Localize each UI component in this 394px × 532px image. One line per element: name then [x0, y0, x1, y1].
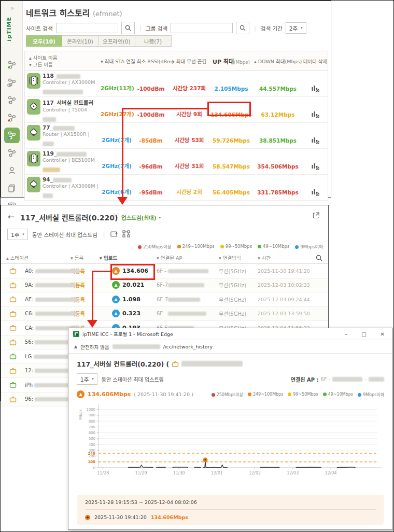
svg-text:12/04: 12/04 [325, 471, 336, 475]
minimize-button[interactable]: – [345, 331, 347, 337]
maximize-button[interactable]: □ [361, 331, 366, 337]
header-up[interactable]: UP 최대(Mbps) [209, 57, 253, 65]
station-icon [9, 268, 17, 274]
header-registered[interactable]: ▾ 등록 [71, 254, 100, 261]
history-chart-icon [311, 85, 319, 92]
legend-item: 99~50Mbps [220, 244, 252, 249]
site-row[interactable]: 94_Controller | AX3008M |2GHz(6개)-95dBm시… [25, 175, 328, 201]
table-search-icon[interactable] [312, 255, 326, 261]
close-button[interactable]: ✕ [381, 331, 385, 337]
tab-2[interactable]: 온라인(10) [62, 35, 98, 47]
redacted-extra [43, 164, 101, 174]
detail-period-caption: 동안 스테이션 최대 업스트림 [32, 231, 97, 239]
sidebar-item-network-alert[interactable] [4, 110, 20, 125]
station-row[interactable]: 9A: 미등록▲20.0216F-7무선(5GHz)2025-12-03 10:… [1, 278, 328, 293]
station-row[interactable]: AE: 미등록▲1.0986F-7무선(5GHz)2025-12-03 09:2… [1, 292, 328, 307]
tab-3[interactable]: 오프라인(0) [98, 35, 135, 47]
header-ap[interactable]: ▾ 연결된 AP [157, 254, 219, 261]
search-bar: 사이트 검색 | 그룹 검색 | 검색 기간 2주▾ [26, 22, 306, 34]
separator: | [254, 25, 256, 31]
sidebar-item-account[interactable] [4, 163, 20, 178]
data-delete-button[interactable] [303, 162, 328, 174]
redacted-extra [43, 138, 101, 148]
connected-ap-value: 6F-7 [157, 297, 219, 302]
header-station[interactable]: ▴ 스테이션 [1, 254, 71, 261]
site-search-input[interactable] [56, 23, 118, 33]
sidebar-item-network-status[interactable] [4, 57, 20, 73]
detail-period-select[interactable]: 1주▾ [7, 229, 28, 240]
group-search-button[interactable] [236, 22, 249, 34]
group-search-label: 그룹 검색 [146, 24, 167, 32]
sidebar-item-network-history[interactable] [4, 128, 20, 143]
topology-icon[interactable] [122, 230, 130, 239]
site-row[interactable]: 119_Controller | BE5100M2GHz(7개)-96dBm시간… [25, 149, 328, 175]
mode-dropdown[interactable]: 업스트림(최대)▾ [121, 214, 161, 221]
sidebar-item-network-add[interactable] [4, 92, 20, 108]
upload-value: ▲1.098 [100, 296, 157, 303]
station-name: 9A: [25, 282, 71, 288]
upload-arrow-icon: ▲ [112, 310, 120, 317]
legend-dot-icon [138, 245, 142, 249]
data-delete-button[interactable] [303, 188, 328, 200]
site-row[interactable]: 117_서버실 컨트롤러Controller | T50042GHz(27개)-… [25, 97, 328, 123]
data-delete-button[interactable] [303, 85, 328, 96]
chart-footer: 2025-11-28 19:15:53 ~ 2025-12-04 08:02:0… [77, 495, 384, 525]
highlight-box-mid [110, 264, 155, 280]
max-sta-value: 2GHz(27개) [101, 110, 133, 122]
max-drop-value: 시간당 2회 [169, 188, 209, 200]
header-upload[interactable]: ▾ 업로드 [100, 254, 157, 261]
header-time[interactable]: ▾ 시간 [258, 254, 312, 261]
timestamp: 2025-12-03 09:24:44 [258, 297, 312, 302]
redacted-extra [43, 190, 101, 200]
header-conn[interactable]: ▾ 연결방식 [219, 254, 258, 261]
redacted-domain [112, 344, 160, 349]
url-path: /icc/network_history [163, 344, 213, 349]
timestamp: 2025-12-03 10:02:33 [258, 282, 312, 288]
group-search-input[interactable] [171, 23, 233, 33]
redacted-extra [43, 114, 101, 122]
share-icon[interactable] [312, 212, 320, 221]
tab-1[interactable]: 모두(10) [26, 35, 62, 47]
detail-title: 117_서버실 컨트롤러(0.220) [20, 212, 118, 222]
upload-arrow-icon: ▲ [112, 296, 120, 303]
sidebar-item-network-groups[interactable] [4, 75, 20, 90]
legend-dot-icon [258, 245, 261, 248]
sidebar-item-network-map[interactable] [4, 145, 20, 161]
header-rssi[interactable]: ▴ 최소 RSSI(dBm) [133, 58, 169, 65]
header-drop[interactable]: ▾ 최대 무선 끊김 [169, 58, 209, 65]
data-delete-button[interactable] [303, 136, 328, 148]
sidebar-item-pages[interactable] [4, 180, 20, 196]
chevron-down-icon: ▾ [301, 26, 303, 30]
up-max-value: 59.726Mbps [209, 137, 253, 148]
edge-titlebar[interactable]: ipTIME ICC - 프로필 1 - Microsoft Edge – □ … [68, 328, 392, 340]
connection-type: 무선(5GHz) [219, 281, 258, 289]
connected-ap-value: 6F-7 [157, 282, 219, 288]
site-search-button[interactable] [121, 22, 135, 34]
legend-item: 250Mbps이상 [138, 243, 171, 249]
svg-text:500: 500 [89, 437, 95, 441]
edge-urlbar[interactable]: ▲ 안전하지 않음 /icc/network_history [68, 340, 392, 354]
ap-device-icon [27, 177, 40, 192]
header-sta[interactable]: ▾ 최대 STA 연결 [101, 58, 133, 65]
site-row[interactable]: 77_Router | AX1500R |2GHz(7개)-85dBm시간당 5… [25, 123, 328, 149]
upload-value: ▲0.323 [100, 310, 157, 317]
data-delete-button[interactable] [303, 110, 328, 122]
header-down[interactable]: ▴ DOWN 최대(Mbps) [253, 58, 303, 65]
device-model: Controller | BE5100M [43, 157, 101, 163]
site-row[interactable]: 118_Controller | AX3000M2GHz(11개)-100dBm… [25, 71, 328, 97]
peak-point-line: 2025-11-30 19:41:20 134.606Mbps [85, 514, 376, 520]
station-row[interactable]: A0: 미등록▲134.6066F - 무선(5GHz)2025-11-30 1… [1, 264, 328, 278]
edge-period-select[interactable]: 1주▾ [77, 373, 97, 385]
legend-dot-icon [295, 245, 299, 249]
back-arrow-icon[interactable]: ← [8, 212, 15, 221]
legend-item: 9Mbps이하 [295, 243, 323, 249]
down-max-value: 44.557Mbps [253, 86, 303, 96]
period-select[interactable]: 2주▾ [286, 22, 306, 34]
station-row[interactable]: C6: 미등록▲0.3236F - 무선(5GHz)2025-12-03 13:… [1, 307, 328, 321]
tab-4[interactable]: 나쁨(7) [135, 35, 172, 47]
site-name: 119_ [43, 150, 101, 157]
popup-window-icon[interactable] [110, 231, 118, 239]
header-site-group[interactable]: ▴ 사이트 이름 ▾ 그룹 이름 [25, 54, 101, 68]
sidebar-expand-icon[interactable]: » [1, 4, 22, 12]
site-search-label: 사이트 검색 [26, 24, 53, 32]
